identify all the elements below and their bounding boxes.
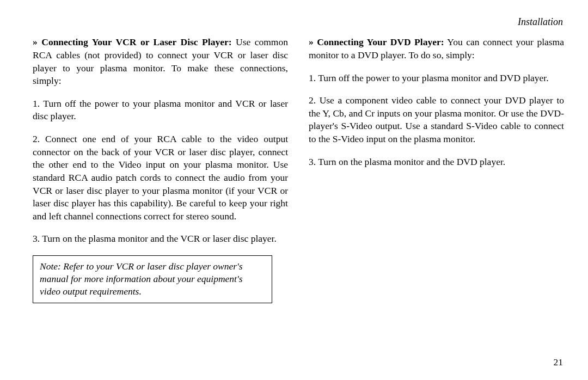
note-box: Note: Refer to your VCR or laser disc pl… bbox=[33, 255, 272, 303]
right-step-2: 2. Use a component video cable to connec… bbox=[309, 94, 564, 146]
section-header: Installation bbox=[33, 15, 564, 28]
left-step-2: 2. Connect one end of your RCA cable to … bbox=[33, 133, 288, 223]
left-column: » Connecting Your VCR or Laser Disc Play… bbox=[33, 36, 288, 303]
right-step-1: 1. Turn off the power to your plasma mon… bbox=[309, 72, 564, 85]
left-intro-block: » Connecting Your VCR or Laser Disc Play… bbox=[33, 36, 288, 88]
content-columns: » Connecting Your VCR or Laser Disc Play… bbox=[33, 36, 564, 303]
right-intro-block: » Connecting Your DVD Player: You can co… bbox=[309, 36, 564, 62]
page-number: 21 bbox=[554, 356, 564, 369]
right-heading: » Connecting Your DVD Player: bbox=[309, 36, 444, 47]
left-step-3: 3. Turn on the plasma monitor and the VC… bbox=[33, 232, 288, 246]
right-step-3: 3. Turn on the plasma monitor and the DV… bbox=[309, 156, 564, 169]
left-step-1: 1. Turn off the power to your plasma mon… bbox=[33, 97, 288, 123]
left-heading: » Connecting Your VCR or Laser Disc Play… bbox=[33, 36, 232, 47]
right-column: » Connecting Your DVD Player: You can co… bbox=[309, 36, 564, 303]
